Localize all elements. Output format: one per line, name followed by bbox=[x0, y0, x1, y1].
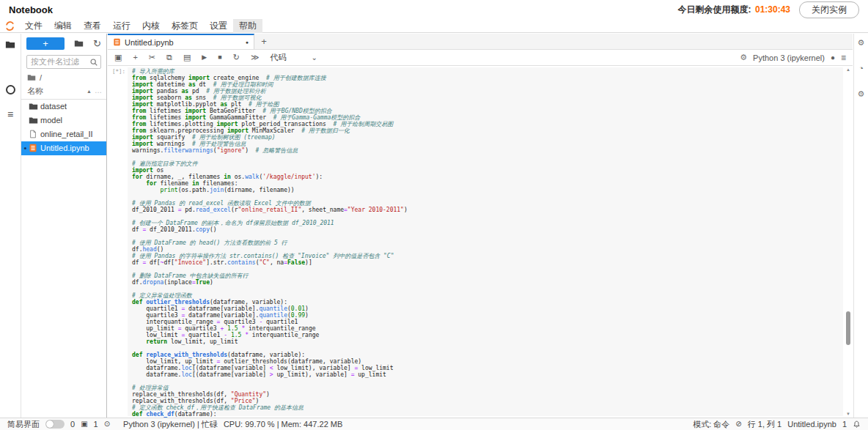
sort-ascending-icon: ▲ bbox=[87, 89, 92, 94]
file-icon bbox=[29, 130, 40, 138]
menu-item-7[interactable]: 帮助 bbox=[233, 19, 262, 33]
terminal-icon: ▣ bbox=[81, 420, 87, 428]
copy-cells-icon[interactable]: ⧉ bbox=[166, 53, 172, 62]
mode-indicator[interactable]: 模式: 命令 bbox=[693, 419, 729, 430]
name-column-header: 名称 bbox=[27, 86, 43, 97]
code-editor[interactable]: # 导入所需的库from sqlalchemy import create_en… bbox=[132, 68, 842, 418]
kernel-icon: ⊙ bbox=[104, 420, 110, 428]
debugger-icon[interactable]: ◔ bbox=[858, 64, 864, 73]
notebook-panel: Untitled.ipynb ● + ▣+✂⧉▤▶■↻≫ 代码 ⌄ ⚙ Pyth… bbox=[108, 34, 853, 418]
code-line: low_limit = quartile1 - 1.5 * interquant… bbox=[132, 332, 842, 338]
bell-icon[interactable] bbox=[853, 420, 861, 429]
cell-type-value: 代码 bbox=[270, 52, 286, 63]
kernel-name[interactable]: Python 3 (ipykernel) bbox=[753, 53, 825, 62]
code-line: import seaborn as sns # 用于数据可视化 bbox=[132, 94, 842, 101]
scroll-down-icon[interactable]: ▼ bbox=[845, 412, 852, 416]
app-window: Notebook 今日剩余使用额度: 01:30:43 关闭实例 文件编辑查看运… bbox=[0, 0, 868, 430]
menu-item-5[interactable]: 标签页 bbox=[166, 19, 204, 33]
statusbar-filename: Untitled.ipynb bbox=[787, 420, 836, 429]
kernel-status-text[interactable]: Python 3 (ipykernel) | 忙碌 bbox=[123, 419, 218, 430]
vertical-scrollbar[interactable]: ▲ ▼ bbox=[845, 67, 852, 416]
code-line bbox=[132, 233, 842, 240]
code-line: from lifetimes.plotting import plot_peri… bbox=[132, 121, 842, 127]
kernel-settings-icon[interactable]: ⚙ bbox=[740, 53, 747, 62]
interrupt-kernel-icon[interactable]: ■ bbox=[218, 53, 221, 62]
cursor-position[interactable]: 行 1, 列 1 bbox=[748, 419, 781, 430]
simple-mode-toggle[interactable] bbox=[45, 420, 65, 429]
property-inspector-icon[interactable]: ⚙ bbox=[858, 39, 865, 47]
close-instance-button[interactable]: 关闭实例 bbox=[799, 1, 859, 18]
code-line: import matplotlib.pyplot as plt # 用于绘图 bbox=[132, 101, 842, 108]
new-folder-icon[interactable] bbox=[74, 39, 84, 48]
kernel-count: 1 bbox=[94, 420, 98, 429]
code-line: import warnings # 用于处理警告信息 bbox=[132, 141, 842, 147]
notebook-toolbar: ▣+✂⧉▤▶■↻≫ 代码 ⌄ ⚙ Python 3 (ipykernel) ● … bbox=[108, 50, 853, 66]
file-list: datasetmodelonline_retail_II•Untitled.ip… bbox=[21, 100, 106, 155]
file-item-model[interactable]: model bbox=[21, 114, 106, 127]
paste-cells-icon[interactable]: ▤ bbox=[183, 53, 191, 62]
code-line: import datetime as dt # 用于处理日期和时间 bbox=[132, 81, 842, 88]
folder-icon bbox=[29, 102, 40, 111]
file-list-header[interactable]: 名称 ▲ … bbox=[21, 84, 106, 100]
restart-run-all-icon[interactable]: ≫ bbox=[251, 53, 259, 62]
menu-item-1[interactable]: 编辑 bbox=[48, 19, 78, 33]
left-activity-bar: ≡ bbox=[0, 34, 21, 418]
notebook-file-icon bbox=[113, 38, 121, 46]
breadcrumb[interactable]: / bbox=[21, 70, 106, 84]
code-line: dataframe.loc[(dataframe[variable] > up_… bbox=[132, 371, 842, 378]
file-browser-rail-icon[interactable] bbox=[0, 40, 21, 50]
menu-item-4[interactable]: 内核 bbox=[136, 19, 166, 33]
file-item-online_retail_II[interactable]: online_retail_II bbox=[21, 127, 106, 141]
unsaved-changes-dot: ● bbox=[246, 40, 249, 45]
scroll-up-icon[interactable]: ▲ bbox=[845, 67, 852, 72]
code-line: return low_limit, up_limit bbox=[132, 338, 842, 345]
header-ellipsis-icon: … bbox=[95, 89, 102, 93]
code-line: def replace_with_thresholds(dataframe, v… bbox=[132, 352, 842, 358]
menu-bar-items: 文件编辑查看运行内核标签页设置帮助 bbox=[19, 19, 262, 33]
notification-count: 1 bbox=[842, 420, 847, 429]
menu-item-2[interactable]: 查看 bbox=[78, 19, 107, 33]
refresh-icon[interactable]: ↻ bbox=[93, 39, 101, 48]
new-tab-button[interactable]: + bbox=[254, 34, 273, 49]
code-line: # 处理异常值 bbox=[132, 385, 842, 391]
code-line: # 使用 Pandas 的 read_excel 函数读取 Excel 文件中的… bbox=[132, 200, 842, 207]
page-title: Notebook bbox=[9, 4, 53, 15]
menu-item-0[interactable]: 文件 bbox=[19, 19, 48, 33]
code-line: df = df_2010_2011.copy() bbox=[132, 226, 842, 233]
insert-cell-icon[interactable]: + bbox=[133, 53, 137, 62]
tab-untitled-ipynb[interactable]: Untitled.ipynb ● bbox=[108, 34, 254, 49]
new-launcher-button[interactable]: + bbox=[26, 37, 65, 50]
code-line: for dirname, _, filenames in os.walk('/k… bbox=[132, 174, 842, 180]
quota-text: 今日剩余使用额度: 01:30:43 bbox=[678, 4, 790, 16]
run-cell-icon[interactable]: ▶ bbox=[202, 53, 207, 62]
code-line: import squarify # 用于绘制树状图 (treemap) bbox=[132, 134, 842, 141]
code-line: # 删除 DataFrame 中包含缺失值的所有行 bbox=[132, 273, 842, 279]
code-line: interquantile_range = quartile3 - quarti… bbox=[132, 319, 842, 325]
file-item-label: dataset bbox=[40, 102, 67, 111]
code-line: quartile1 = dataframe[variable].quantile… bbox=[132, 305, 842, 312]
running-sessions-icon[interactable] bbox=[0, 85, 21, 94]
menu-item-6[interactable]: 设置 bbox=[204, 19, 233, 33]
top-bar: Notebook 今日剩余使用额度: 01:30:43 关闭实例 bbox=[0, 0, 868, 19]
file-item-dataset[interactable]: dataset bbox=[21, 100, 106, 114]
menu-bar: 文件编辑查看运行内核标签页设置帮助 bbox=[0, 19, 868, 33]
code-line: import pandas as pd # 用于数据处理和分析 bbox=[132, 88, 842, 94]
code-line: print(os.path.join(dirname, filename)) bbox=[132, 187, 842, 193]
code-line: df.dropna(inplace=True) bbox=[132, 279, 842, 286]
toolbar-menu-icon[interactable]: ≡ bbox=[841, 53, 846, 63]
table-of-contents-icon[interactable]: ≡ bbox=[0, 110, 21, 119]
right-activity-bar: ⚙ ◔ ⚙ bbox=[853, 34, 868, 418]
tab-label: Untitled.ipynb bbox=[125, 38, 242, 47]
scrollbar-thumb[interactable] bbox=[846, 311, 850, 345]
file-item-label: model bbox=[40, 116, 62, 125]
cut-cells-icon[interactable]: ✂ bbox=[149, 53, 155, 62]
extension-settings-icon[interactable]: ⚙ bbox=[858, 90, 865, 98]
quota-label: 今日剩余使用额度: bbox=[678, 4, 751, 15]
cell-type-dropdown[interactable]: 代码 ⌄ bbox=[270, 52, 317, 63]
code-line: low_limit, up_limit = outlier_thresholds… bbox=[132, 358, 842, 365]
resource-usage: CPU: 99.70 % | Mem: 447.22 MB bbox=[224, 420, 342, 429]
restart-kernel-icon[interactable]: ↻ bbox=[233, 53, 240, 62]
menu-item-3[interactable]: 运行 bbox=[107, 19, 136, 33]
save-icon[interactable]: ▣ bbox=[114, 53, 122, 62]
file-item-Untitled.ipynb[interactable]: •Untitled.ipynb bbox=[21, 141, 106, 155]
